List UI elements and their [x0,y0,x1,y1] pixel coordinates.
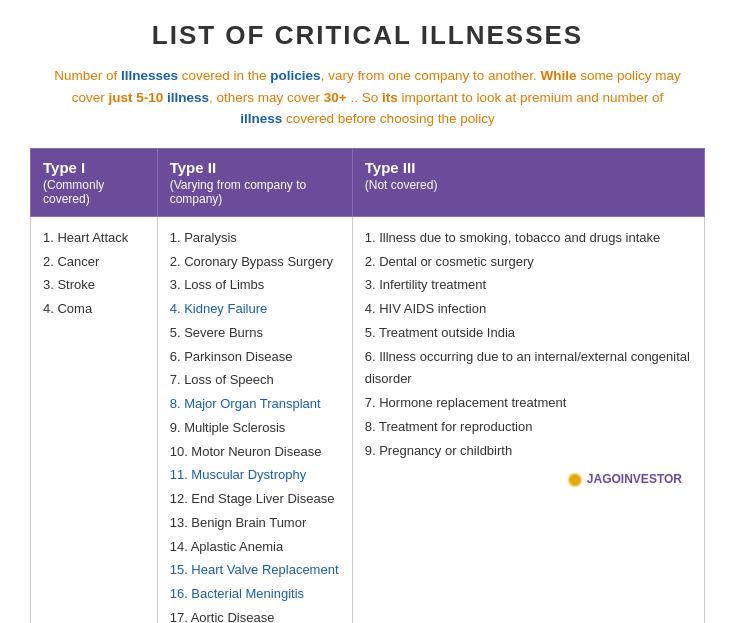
list-item: 16. Bacterial Meningitis [170,583,340,606]
list-item: 1. Illness due to smoking, tobacco and d… [365,227,692,250]
col1-cell: 1. Heart Attack2. Cancer3. Stroke4. Coma [31,216,158,623]
list-item: 13. Benign Brain Tumor [170,512,340,535]
header-type3: Type III (Not covered) [352,148,704,216]
list-item: 9. Pregnancy or childbirth [365,440,692,463]
list-item: 14. Aplastic Anemia [170,536,340,559]
list-item: 1. Heart Attack [43,227,145,250]
critical-illnesses-table: Type I (Commonly covered) Type II (Varyi… [30,148,705,623]
logo-text: JAGOINVESTOR [587,469,682,490]
list-item: 7. Hormone replacement treatment [365,392,692,415]
list-item: 2. Dental or cosmetic surgery [365,251,692,274]
sun-icon [567,472,583,488]
list-item: 17. Aortic Disease [170,607,340,623]
list-item: 5. Severe Burns [170,322,340,345]
subtitle: Number of Illnesses covered in the polic… [30,65,705,130]
header-type1: Type I (Commonly covered) [31,148,158,216]
list-item: 3. Stroke [43,274,145,297]
header-type2: Type II (Varying from company to company… [157,148,352,216]
list-item: 6. Parkinson Disease [170,346,340,369]
list-item: 4. Kidney Failure [170,298,340,321]
footer-logo: JAGOINVESTOR [365,463,692,494]
list-item: 7. Loss of Speech [170,369,340,392]
list-item: 8. Major Organ Transplant [170,393,340,416]
list-item: 3. Loss of Limbs [170,274,340,297]
list-item: 12. End Stage Liver Disease [170,488,340,511]
list-item: 4. Coma [43,298,145,321]
list-item: 10. Motor Neuron Disease [170,441,340,464]
list-item: 8. Treatment for reproduction [365,416,692,439]
list-item: 1. Paralysis [170,227,340,250]
list-item: 9. Multiple Sclerosis [170,417,340,440]
list-item: 4. HIV AIDS infection [365,298,692,321]
col2-cell: 1. Paralysis2. Coronary Bypass Surgery3.… [157,216,352,623]
list-item: 2. Cancer [43,251,145,274]
list-item: 15. Heart Valve Replacement [170,559,340,582]
list-item: 5. Treatment outside India [365,322,692,345]
list-item: 11. Muscular Dystrophy [170,464,340,487]
page-title: LIST OF CRITICAL ILLNESSES [30,20,705,51]
list-item: 2. Coronary Bypass Surgery [170,251,340,274]
list-item: 3. Infertility treatment [365,274,692,297]
col3-cell: 1. Illness due to smoking, tobacco and d… [352,216,704,623]
list-item: 6. Illness occurring due to an internal/… [365,346,692,392]
